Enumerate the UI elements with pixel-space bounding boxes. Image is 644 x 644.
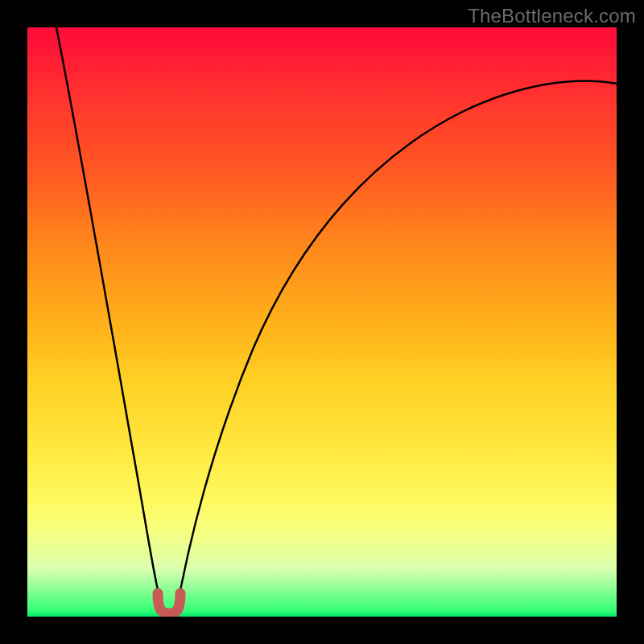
chart-frame: TheBottleneck.com: [0, 0, 644, 644]
watermark-text: TheBottleneck.com: [468, 5, 636, 27]
curve-right: [175, 80, 617, 617]
chart-svg: [27, 27, 617, 617]
trough-marker: [158, 593, 180, 613]
plot-area: [27, 27, 617, 617]
curve-left: [56, 27, 164, 617]
